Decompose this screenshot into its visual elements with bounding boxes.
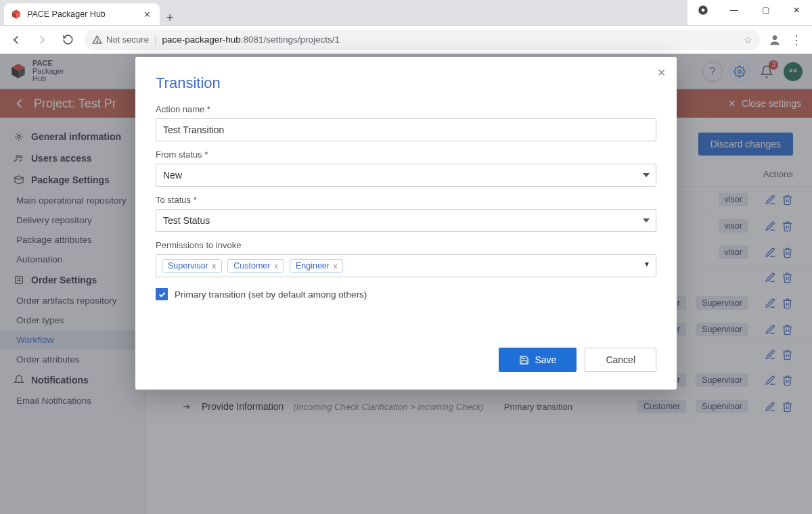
new-tab-button[interactable]: ＋: [160, 9, 180, 25]
tab-title: PACE Packager Hub: [27, 9, 106, 19]
tab-strip: PACE Packager Hub ✕ ＋: [0, 0, 687, 25]
browser-tab[interactable]: PACE Packager Hub ✕: [4, 3, 160, 25]
transition-modal: ✕ Transition Action name * From status *…: [135, 57, 677, 390]
svg-point-6: [97, 41, 97, 42]
permission-tag[interactable]: Customerx: [227, 259, 284, 273]
svg-point-4: [702, 9, 705, 12]
window-controls: — ▢ ✕: [687, 0, 812, 25]
url-host: pace-packager-hub: [162, 34, 240, 45]
reload-button[interactable]: [58, 30, 77, 49]
profile-icon[interactable]: [767, 32, 782, 47]
not-secure-warning: Not secure: [92, 34, 149, 45]
primary-transition-label: Primary transition (set by default among…: [175, 289, 367, 300]
menu-icon[interactable]: ⋮: [788, 32, 805, 47]
modal-actions: Save Cancel: [156, 348, 656, 372]
permission-tag[interactable]: Engineerx: [290, 259, 344, 273]
browser-toolbar: Not secure | pace-packager-hub:8081/sett…: [0, 26, 812, 54]
permissions-label: Permissions to invoke: [156, 240, 656, 250]
address-bar[interactable]: Not secure | pace-packager-hub:8081/sett…: [84, 30, 761, 50]
tag-remove-icon[interactable]: x: [274, 262, 278, 270]
window-close-button[interactable]: ✕: [781, 0, 812, 20]
back-button[interactable]: [7, 30, 26, 49]
browser-titlebar: PACE Packager Hub ✕ ＋ — ▢ ✕: [0, 0, 812, 26]
modal-close-icon[interactable]: ✕: [657, 66, 666, 79]
from-status-select[interactable]: New: [156, 164, 656, 187]
incognito-icon: [687, 0, 719, 20]
minimize-button[interactable]: —: [719, 0, 750, 20]
save-button[interactable]: Save: [499, 348, 577, 372]
tag-remove-icon[interactable]: x: [334, 262, 338, 270]
action-name-label: Action name *: [156, 104, 656, 114]
url-path: :8081/settings/projects/1: [241, 34, 340, 45]
from-status-label: From status *: [156, 149, 656, 160]
forward-button[interactable]: [32, 30, 51, 49]
permission-tag[interactable]: Supervisorx: [162, 259, 222, 273]
svg-point-7: [773, 35, 777, 40]
save-label: Save: [535, 354, 556, 365]
maximize-button[interactable]: ▢: [750, 0, 781, 20]
bookmark-icon[interactable]: ☆: [744, 34, 752, 45]
cube-icon: [11, 9, 22, 20]
cancel-button[interactable]: Cancel: [585, 348, 656, 372]
to-status-label: To status *: [156, 195, 656, 205]
not-secure-label: Not secure: [106, 34, 149, 45]
action-name-input[interactable]: [156, 118, 656, 141]
primary-transition-row[interactable]: Primary transition (set by default among…: [156, 288, 656, 300]
modal-title: Transition: [156, 74, 656, 92]
save-icon: [519, 355, 529, 365]
permissions-multi-select[interactable]: SupervisorxCustomerxEngineerx: [156, 254, 656, 277]
primary-transition-checkbox[interactable]: [156, 288, 168, 300]
tag-remove-icon[interactable]: x: [212, 262, 217, 270]
tab-close-icon[interactable]: ✕: [142, 9, 152, 19]
to-status-select[interactable]: Test Status: [156, 209, 656, 232]
